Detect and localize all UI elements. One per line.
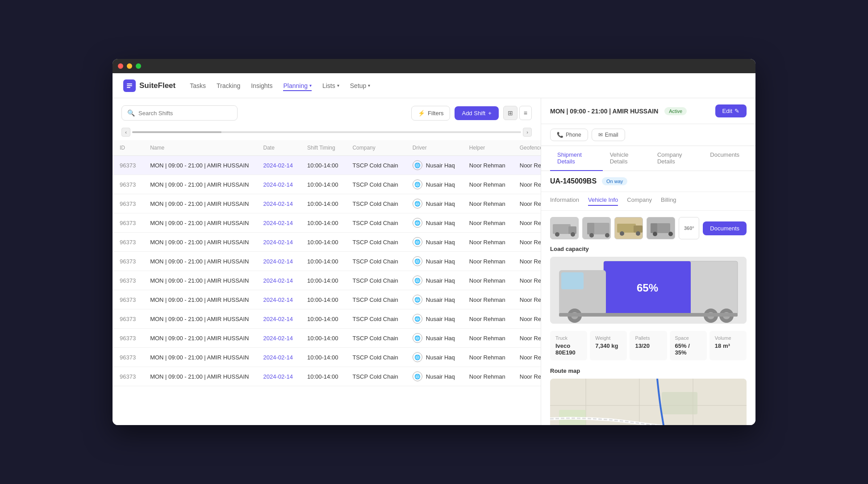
cell-company: TSCP Cold Chain (345, 194, 405, 213)
load-capacity-viz: 65% (550, 257, 747, 324)
col-geofences: Geofences (513, 140, 541, 156)
table-row[interactable]: 96373 MON | 09:00 - 21:00 | AMIR HUSSAIN… (113, 271, 541, 290)
cell-company: TSCP Cold Chain (345, 213, 405, 233)
cell-id: 96373 (113, 309, 143, 329)
cell-helper: Noor Rehman (462, 309, 513, 329)
email-icon: ✉ (598, 132, 603, 138)
svg-text:65%: 65% (637, 282, 658, 294)
subtab-information[interactable]: Information (550, 196, 579, 206)
table-row[interactable]: 96373 MON | 09:00 - 21:00 | AMIR HUSSAIN… (113, 329, 541, 348)
list-view-button[interactable]: ≡ (519, 106, 532, 120)
subtab-billing[interactable]: Billing (661, 196, 676, 206)
detail-header-left: MON | 09:00 - 21:00 | AMIR HUSSAIN Activ… (550, 107, 687, 115)
nav-insights[interactable]: Insights (251, 80, 272, 91)
table-row[interactable]: 96373 MON | 09:00 - 21:00 | AMIR HUSSAIN… (113, 348, 541, 367)
table-header-row: ID Name Date Shift Timing Company Driver… (113, 140, 541, 156)
cell-geofence: Noor Reh (513, 252, 541, 271)
filter-icon: ⚡ (418, 110, 425, 117)
cell-driver: 🌐 Nusair Haq (405, 213, 462, 233)
stat-weight-label: Weight (595, 335, 622, 341)
stat-space-value: 65% / 35% (675, 342, 701, 356)
phone-button[interactable]: 📞 Phone (550, 129, 588, 141)
cell-geofence: Noor Reh (513, 213, 541, 233)
main-content: SuiteFleet Tasks Tracking Insights Plann… (113, 73, 755, 425)
table-row[interactable]: 96373 MON | 09:00 - 21:00 | AMIR HUSSAIN… (113, 156, 541, 175)
vehicle-thumb-3[interactable] (614, 217, 643, 239)
cell-geofence: Noor Reh (513, 367, 541, 386)
svg-point-13 (620, 231, 624, 236)
stat-truck-value: Iveco 80E190 (555, 342, 582, 356)
table-row[interactable]: 96373 MON | 09:00 - 21:00 | AMIR HUSSAIN… (113, 194, 541, 213)
nav-lists[interactable]: Lists ▾ (322, 80, 339, 91)
stat-volume: Volume 18 m³ (709, 331, 747, 360)
vehicle-thumb-1[interactable] (550, 217, 579, 239)
subtab-vehicle-info[interactable]: Vehicle Info (588, 196, 618, 206)
stat-space: Space 65% / 35% (670, 331, 707, 360)
stat-weight-value: 7,340 kg (595, 342, 622, 349)
shipment-id: UA-145009BS (550, 177, 597, 185)
email-button[interactable]: ✉ Email (592, 129, 625, 141)
nav-setup[interactable]: Setup ▾ (350, 80, 371, 91)
search-input[interactable] (138, 110, 232, 117)
cell-driver: 🌐 Nusair Haq (405, 309, 462, 329)
toolbar: 🔍 ⚡ Filters Add Shift + ⊞ (113, 98, 541, 128)
filter-button[interactable]: ⚡ Filters (411, 106, 450, 121)
table-row[interactable]: 96373 MON | 09:00 - 21:00 | AMIR HUSSAIN… (113, 233, 541, 252)
view-360-button[interactable]: 360° (679, 217, 699, 239)
cell-date: 2024-02-14 (256, 271, 300, 290)
vehicle-thumb-4[interactable] (647, 217, 675, 239)
documents-button[interactable]: Documents (703, 221, 747, 235)
tab-documents[interactable]: Documents (703, 146, 747, 171)
horizontal-scroll-row: ‹ › (113, 128, 541, 140)
search-box[interactable]: 🔍 (121, 105, 238, 121)
grid-view-button[interactable]: ⊞ (503, 106, 517, 120)
tab-company-details[interactable]: Company Details (650, 146, 703, 171)
edit-button[interactable]: Edit ✎ (715, 104, 747, 117)
cell-date: 2024-02-14 (256, 233, 300, 252)
tab-vehicle-details[interactable]: Vehicle Details (603, 146, 650, 171)
table-row[interactable]: 96373 MON | 09:00 - 21:00 | AMIR HUSSAIN… (113, 290, 541, 309)
table-row[interactable]: 96373 MON | 09:00 - 21:00 | AMIR HUSSAIN… (113, 175, 541, 194)
cell-id: 96373 (113, 271, 143, 290)
cell-company: TSCP Cold Chain (345, 252, 405, 271)
driver-globe-icon: 🌐 (413, 295, 422, 305)
vehicle-thumb-2[interactable] (582, 217, 611, 239)
cell-name: MON | 09:00 - 21:00 | AMIR HUSSAIN (143, 367, 256, 386)
add-shift-button[interactable]: Add Shift + (455, 106, 498, 120)
cell-driver: 🌐 Nusair Haq (405, 290, 462, 309)
subtab-company[interactable]: Company (627, 196, 652, 206)
route-map-title: Route map (550, 367, 747, 374)
maximize-button[interactable] (136, 63, 141, 69)
cell-timing: 10:00-14:00 (300, 290, 345, 309)
scroll-left-button[interactable]: ‹ (121, 128, 130, 137)
cell-geofence: Noor Reh (513, 233, 541, 252)
cell-helper: Noor Rehman (462, 329, 513, 348)
detail-header-actions: Edit ✎ (715, 104, 747, 117)
cell-driver: 🌐 Nusair Haq (405, 367, 462, 386)
cell-timing: 10:00-14:00 (300, 194, 345, 213)
cell-driver: 🌐 Nusair Haq (405, 271, 462, 290)
table-row[interactable]: 96373 MON | 09:00 - 21:00 | AMIR HUSSAIN… (113, 252, 541, 271)
lists-dropdown-arrow: ▾ (337, 83, 339, 88)
table-row[interactable]: 96373 MON | 09:00 - 21:00 | AMIR HUSSAIN… (113, 367, 541, 386)
minimize-button[interactable] (127, 63, 132, 69)
nav-tracking[interactable]: Tracking (217, 80, 240, 91)
driver-globe-icon: 🌐 (413, 237, 422, 247)
close-button[interactable] (118, 63, 123, 69)
shifts-table-container: ID Name Date Shift Timing Company Driver… (113, 140, 541, 425)
cell-company: TSCP Cold Chain (345, 175, 405, 194)
nav-planning[interactable]: Planning ▾ (283, 80, 312, 91)
tab-shipment-details[interactable]: Shipment Details (550, 146, 603, 171)
cell-helper: Noor Rehman (462, 194, 513, 213)
cell-geofence: Noor Reh (513, 309, 541, 329)
cell-timing: 10:00-14:00 (300, 233, 345, 252)
cell-id: 96373 (113, 213, 143, 233)
cell-date: 2024-02-14 (256, 213, 300, 233)
svg-rect-32 (559, 313, 738, 317)
nav-tasks[interactable]: Tasks (190, 80, 206, 91)
table-row[interactable]: 96373 MON | 09:00 - 21:00 | AMIR HUSSAIN… (113, 213, 541, 233)
route-map: © OpenStreetMap ⊕ (550, 379, 747, 425)
scroll-right-button[interactable]: › (523, 128, 532, 137)
table-row[interactable]: 96373 MON | 09:00 - 21:00 | AMIR HUSSAIN… (113, 309, 541, 329)
col-helper: Helper (462, 140, 513, 156)
